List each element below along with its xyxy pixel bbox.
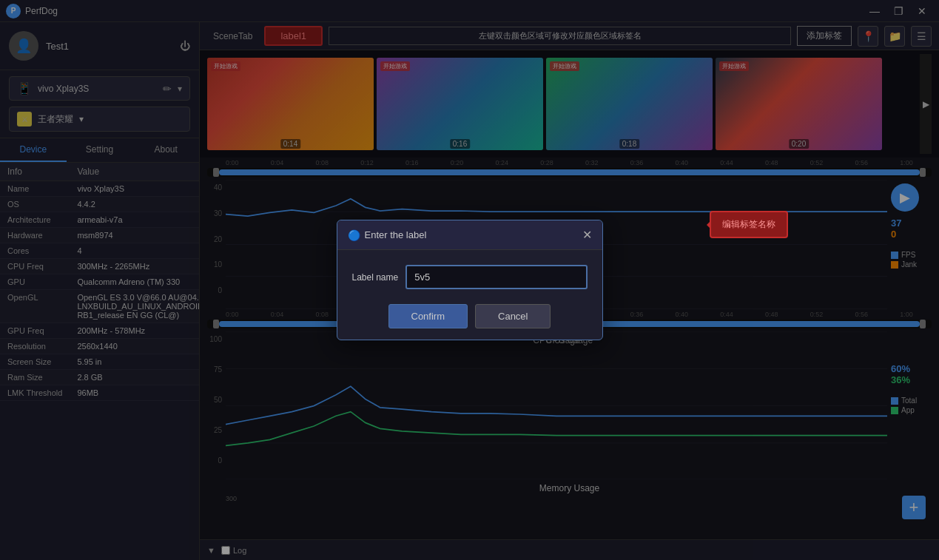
form-row: Label name [352,265,588,289]
modal-title: 🔵 Enter the label [348,229,427,241]
confirm-button[interactable]: Confirm [388,304,468,328]
modal-close-button[interactable]: ✕ [582,228,592,242]
modal-overlay: 编辑标签名称 🔵 Enter the label ✕ Label name Co… [0,0,939,560]
label-name-label: Label name [352,272,399,283]
modal-title-icon: 🔵 [348,229,360,241]
label-name-input[interactable] [405,265,587,289]
modal-buttons: Confirm Cancel [352,304,588,328]
modal-body: Label name Confirm Cancel [337,250,602,340]
modal-title-text: Enter the label [365,229,427,240]
modal-dialog: 🔵 Enter the label ✕ Label name Confirm C… [337,220,603,340]
modal-header: 🔵 Enter the label ✕ [337,220,602,250]
callout-hint: 编辑标签名称 [710,211,788,238]
cancel-button[interactable]: Cancel [475,304,551,328]
